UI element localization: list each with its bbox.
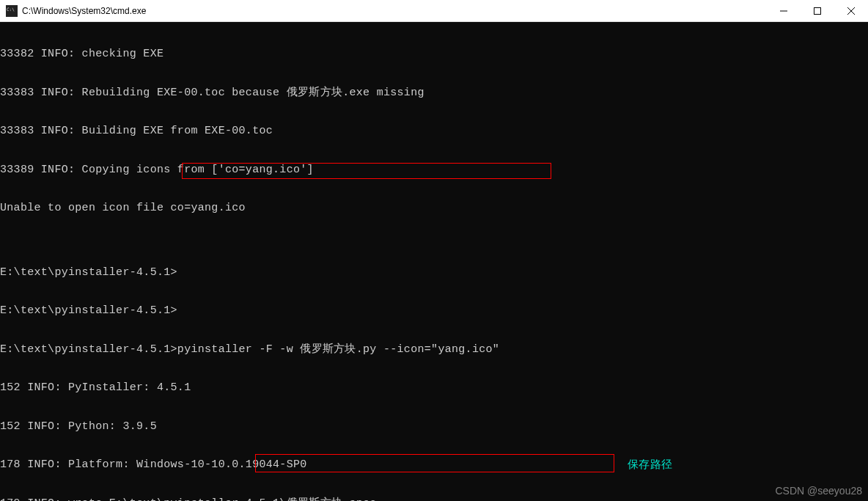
output-line: 33382 INFO: checking EXE bbox=[0, 48, 868, 61]
output-line: 33389 INFO: Copying icons from ['co=yang… bbox=[0, 164, 868, 177]
window-title: C:\Windows\System32\cmd.exe bbox=[22, 6, 767, 16]
cmd-icon bbox=[6, 5, 18, 17]
output-line: Unable to open icon file co=yang.ico bbox=[0, 202, 868, 215]
command-line: E:\text\pyinstaller-4.5.1>pyinstaller -F… bbox=[0, 343, 868, 356]
svg-rect-1 bbox=[814, 7, 821, 14]
maximize-button[interactable] bbox=[801, 0, 834, 21]
output-line: 152 INFO: Python: 3.9.5 bbox=[0, 420, 868, 434]
prompt-line: E:\text\pyinstaller-4.5.1> bbox=[0, 304, 868, 318]
output-line: 179 INFO: wrote E:\text\pyinstaller-4.5.… bbox=[0, 497, 868, 502]
output-line: 178 INFO: Platform: Windows-10-10.0.1904… bbox=[0, 458, 868, 472]
watermark: CSDN @seeyou28 bbox=[776, 485, 863, 497]
window-controls bbox=[767, 0, 868, 21]
annotation-save-path: 保存路径 bbox=[628, 458, 672, 471]
terminal-output[interactable]: 33382 INFO: checking EXE 33383 INFO: Reb… bbox=[0, 22, 868, 501]
output-line: 152 INFO: PyInstaller: 4.5.1 bbox=[0, 381, 868, 395]
close-button[interactable] bbox=[834, 0, 868, 21]
output-line: 33383 INFO: Building EXE from EXE-00.toc bbox=[0, 125, 868, 138]
prompt-line: E:\text\pyinstaller-4.5.1> bbox=[0, 266, 868, 279]
minimize-button[interactable] bbox=[767, 0, 801, 21]
window-titlebar: C:\Windows\System32\cmd.exe bbox=[0, 0, 868, 22]
output-line: 33383 INFO: Rebuilding EXE-00.toc becaus… bbox=[0, 87, 868, 100]
